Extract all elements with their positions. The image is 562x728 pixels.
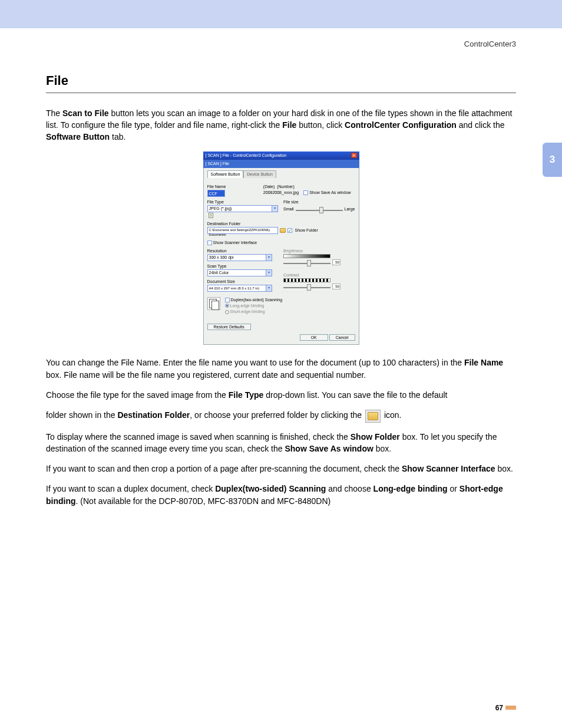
dest-folder-input[interactable]: C:\Documents and Settings\ZZPK1040\My Do… bbox=[207, 227, 278, 234]
page-top-bar bbox=[0, 0, 562, 28]
duplex-paragraph: If you want to scan a duplex document, c… bbox=[46, 483, 516, 507]
tab-device-button[interactable]: Device Button bbox=[243, 170, 276, 178]
contrast-bar bbox=[283, 278, 330, 282]
contrast-value[interactable]: 50 bbox=[332, 284, 340, 289]
dialog-title: [ SCAN ] File - ControlCenter3 Configura… bbox=[206, 153, 287, 159]
scan-type-select[interactable]: 24bit Color▾ bbox=[207, 269, 272, 276]
show-scanner-interface-checkbox[interactable] bbox=[207, 241, 212, 245]
file-name-label: File Name bbox=[207, 184, 259, 190]
image-preview-icon[interactable] bbox=[209, 213, 213, 218]
brightness-gradient bbox=[283, 254, 330, 258]
contrast-label: Contrast bbox=[283, 272, 355, 278]
filetype-paragraph: Choose the file type for the saved image… bbox=[46, 389, 516, 401]
cancel-button[interactable]: Cancel bbox=[329, 334, 355, 341]
chevron-down-icon: ▾ bbox=[266, 255, 272, 261]
chapter-tab: 3 bbox=[543, 143, 562, 177]
doc-size-label: Document Size bbox=[207, 279, 279, 285]
destfolder-paragraph: folder shown in the Destination Folder, … bbox=[46, 409, 516, 422]
chevron-down-icon: ▾ bbox=[266, 270, 272, 276]
show-save-as-checkbox[interactable] bbox=[303, 190, 308, 195]
short-edge-radio[interactable] bbox=[225, 310, 229, 314]
duplex-scan-checkbox[interactable] bbox=[225, 298, 230, 302]
page-number: 67 bbox=[495, 703, 516, 713]
chevron-down-icon: ▾ bbox=[266, 285, 272, 291]
filename-paragraph: You can change the File Name. Enter the … bbox=[46, 357, 516, 381]
dialog-titlebar: [ SCAN ] File - ControlCenter3 Configura… bbox=[203, 151, 359, 160]
resolution-select[interactable]: 300 x 300 dpi▾ bbox=[207, 254, 272, 261]
folder-browse-icon[interactable] bbox=[280, 228, 286, 233]
running-header: ControlCenter3 bbox=[0, 28, 562, 50]
brightness-label: Brightness bbox=[283, 248, 355, 254]
config-dialog: [ SCAN ] File - ControlCenter3 Configura… bbox=[203, 151, 359, 345]
long-edge-radio[interactable] bbox=[225, 304, 229, 308]
close-icon[interactable]: × bbox=[351, 153, 357, 158]
dialog-subtitle: [ SCAN ] File bbox=[203, 160, 359, 168]
file-name-input[interactable]: CCF bbox=[207, 190, 225, 197]
intro-paragraph: The Scan to File button lets you scan an… bbox=[46, 107, 516, 143]
file-size-label: File size bbox=[283, 199, 355, 205]
showfolder-paragraph: To display where the scanned image is sa… bbox=[46, 431, 516, 455]
show-folder-checkbox[interactable]: ✓ bbox=[287, 228, 292, 233]
ok-button[interactable]: OK bbox=[300, 334, 328, 341]
file-type-select[interactable]: JPEG (*.jpg)▾ bbox=[207, 205, 278, 212]
tab-software-button[interactable]: Software Button bbox=[207, 170, 244, 178]
brightness-value[interactable]: 50 bbox=[332, 259, 340, 265]
contrast-slider[interactable] bbox=[283, 285, 330, 290]
page-number-accent bbox=[505, 706, 516, 710]
folder-icon bbox=[365, 410, 381, 423]
brightness-slider[interactable] bbox=[283, 261, 330, 266]
scan-type-label: Scan Type bbox=[207, 263, 279, 269]
doc-size-select[interactable]: A4 210 x 297 mm (8.3 x 11.7 in)▾ bbox=[207, 285, 272, 292]
scanner-interface-paragraph: If you want to scan and then crop a port… bbox=[46, 463, 516, 475]
file-type-label: File Type bbox=[207, 199, 279, 205]
duplex-icon bbox=[207, 297, 220, 310]
date-sample: 20082008_xxxx.jpg bbox=[263, 190, 299, 195]
section-heading: File bbox=[46, 71, 516, 93]
dialog-tabs: Software ButtonDevice Button bbox=[207, 170, 355, 178]
chevron-down-icon: ▾ bbox=[272, 206, 277, 212]
file-size-slider[interactable] bbox=[296, 207, 343, 213]
resolution-label: Resolution bbox=[207, 248, 279, 254]
dest-folder-label: Destination Folder bbox=[207, 221, 355, 227]
restore-defaults-button[interactable]: Restore Defaults bbox=[207, 324, 251, 330]
